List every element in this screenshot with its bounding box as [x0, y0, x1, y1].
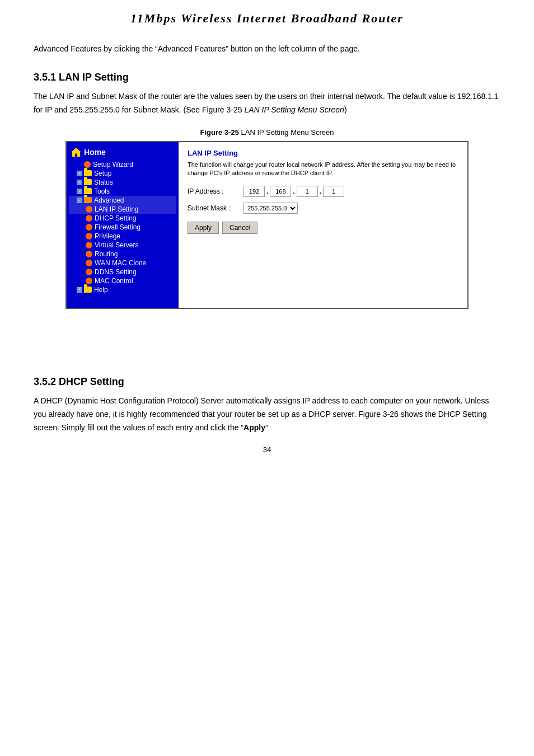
sidebar-label-firewall: Firewall Setting: [95, 223, 140, 231]
expand-icon-help: +: [77, 287, 82, 293]
gear-icon-firewall: [86, 224, 92, 231]
sidebar-label-status: Status: [94, 179, 113, 186]
ip-field-4[interactable]: [323, 186, 344, 197]
cancel-button[interactable]: Cancel: [222, 222, 257, 234]
sidebar-item-firewall[interactable]: Firewall Setting: [69, 223, 176, 232]
gear-icon-wan-mac: [86, 260, 92, 266]
ip-field-3[interactable]: [297, 186, 318, 197]
sidebar-item-advanced[interactable]: - Advanced: [69, 196, 176, 205]
apply-button[interactable]: Apply: [188, 222, 219, 234]
sidebar-item-virtual-servers[interactable]: Virtual Servers: [69, 241, 176, 250]
ip-sep-2: .: [293, 187, 294, 195]
expand-icon-tools: +: [77, 189, 82, 194]
ip-sep-3: .: [320, 187, 321, 195]
router-sidebar[interactable]: Home Setup Wizard + Setup + Status: [67, 142, 179, 308]
ip-fields[interactable]: . . .: [243, 186, 344, 197]
sidebar-item-help[interactable]: + Help: [69, 285, 176, 294]
sidebar-item-privilege[interactable]: Privilege: [69, 232, 176, 241]
sidebar-label-routing: Routing: [95, 250, 118, 258]
ip-sep-1: .: [266, 187, 268, 195]
sidebar-label-setup-wizard: Setup Wizard: [93, 161, 133, 168]
figure-325-label: Figure 3-25 LAN IP Setting Menu Screen: [34, 128, 500, 137]
section-352-body: A DHCP (Dynamic Host Configuration Proto…: [34, 395, 500, 434]
sidebar-label-advanced: Advanced: [94, 196, 124, 204]
folder-icon-setup: [84, 170, 92, 176]
sidebar-item-wan-mac[interactable]: WAN MAC Clone: [69, 259, 176, 267]
sidebar-label-mac-control: MAC Control: [95, 277, 133, 285]
sidebar-home[interactable]: Home: [69, 147, 176, 158]
section-351-title: 3.5.1 LAN IP Setting: [34, 72, 500, 83]
section-352-title: 3.5.2 DHCP Setting: [34, 376, 500, 388]
subnet-select[interactable]: 255.255.255.0 255.255.0.0 255.0.0.0: [243, 203, 298, 214]
intro-paragraph: Advanced Features by clicking the “Advan…: [34, 43, 500, 55]
ip-field-2[interactable]: [270, 186, 291, 197]
sidebar-label-dhcp: DHCP Setting: [95, 214, 136, 222]
gear-icon-mac-control: [86, 278, 92, 284]
gear-icon-privilege: [86, 233, 92, 240]
section-spacer: [34, 331, 500, 365]
sidebar-item-routing[interactable]: Routing: [69, 250, 176, 259]
expand-icon-advanced: -: [77, 198, 82, 203]
gear-icon: [84, 161, 91, 168]
button-row: Apply Cancel: [188, 222, 458, 234]
gear-icon-ddns: [86, 269, 92, 275]
folder-icon-status: [84, 179, 92, 185]
expand-icon-status: +: [77, 180, 82, 185]
section-351-body: The LAN IP and Subnet Mask of the router…: [34, 90, 500, 117]
ip-address-row: IP Address : . . .: [188, 186, 458, 197]
sidebar-label-help: Help: [94, 286, 108, 294]
panel-title: LAN IP Setting: [188, 149, 458, 157]
gear-icon-dhcp: [86, 215, 92, 222]
ip-field-1[interactable]: [243, 186, 265, 197]
sidebar-home-label: Home: [84, 148, 106, 157]
sidebar-label-lan-ip: LAN IP Setting: [95, 205, 139, 213]
gear-icon-routing: [86, 251, 92, 257]
page-title: 11Mbps Wireless Internet Broadband Route…: [34, 11, 500, 26]
sidebar-item-dhcp[interactable]: DHCP Setting: [69, 214, 176, 223]
sidebar-item-lan-ip[interactable]: LAN IP Setting: [69, 205, 176, 214]
subnet-mask-label: Subnet Mask :: [188, 204, 243, 212]
panel-desc: The function will change your router loc…: [188, 161, 458, 178]
gear-icon-virtual-servers: [86, 242, 92, 248]
home-icon: [71, 148, 81, 157]
sidebar-label-wan-mac: WAN MAC Clone: [95, 259, 146, 267]
sidebar-label-ddns: DDNS Setting: [95, 268, 137, 276]
ip-address-label: IP Address :: [188, 187, 243, 195]
subnet-mask-row: Subnet Mask : 255.255.255.0 255.255.0.0 …: [188, 203, 458, 214]
section-352: 3.5.2 DHCP Setting A DHCP (Dynamic Host …: [34, 376, 500, 434]
router-ui-figure: Home Setup Wizard + Setup + Status: [65, 141, 469, 309]
expand-icon-setup: +: [77, 171, 82, 176]
sidebar-label-privilege: Privilege: [95, 232, 120, 240]
main-panel: LAN IP Setting The function will change …: [179, 142, 467, 308]
gear-icon-lan-ip: [86, 206, 92, 213]
page-number: 34: [34, 445, 500, 454]
sidebar-item-ddns[interactable]: DDNS Setting: [69, 267, 176, 276]
sidebar-label-setup: Setup: [94, 170, 111, 177]
folder-icon-help: [84, 287, 92, 293]
sidebar-label-virtual-servers: Virtual Servers: [95, 241, 138, 249]
folder-icon-tools: [84, 188, 92, 194]
folder-icon-advanced: [84, 197, 92, 203]
sidebar-label-tools: Tools: [94, 187, 110, 195]
